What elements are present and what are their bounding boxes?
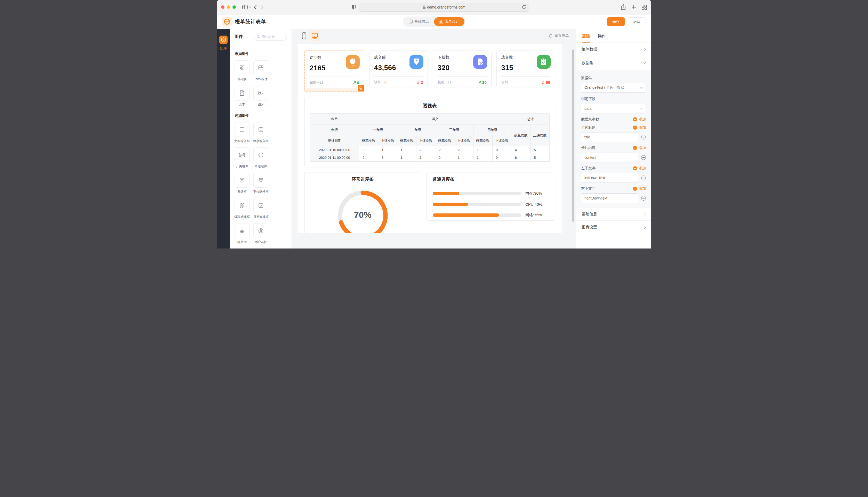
cascade-icon bbox=[239, 202, 245, 209]
plus-icon: + bbox=[633, 166, 637, 170]
stat-card-deals[interactable]: 成交数 315 较前一日 60 bbox=[496, 51, 555, 87]
tabs-layout-icon bbox=[258, 65, 264, 71]
back-button[interactable]: 返回 bbox=[628, 17, 646, 26]
nav-rail: 组件 bbox=[217, 29, 230, 248]
progress-bar-cpu: CPU:40% bbox=[433, 202, 549, 207]
stat-card-downloads[interactable]: 下载数 320 较前一日 20 bbox=[433, 51, 492, 87]
tab-actions[interactable]: 操作 bbox=[597, 33, 606, 43]
components-rail-item[interactable] bbox=[219, 36, 228, 44]
section-dataset[interactable]: 数据集 bbox=[576, 56, 651, 70]
desktop-preview-button[interactable] bbox=[309, 30, 320, 41]
close-window-button[interactable] bbox=[221, 5, 224, 9]
left-down-text-field[interactable] bbox=[581, 173, 638, 183]
tab-form-design[interactable]: 表单设计 bbox=[434, 17, 465, 26]
remove-field-button[interactable] bbox=[641, 175, 646, 180]
forward-icon[interactable] bbox=[260, 5, 263, 10]
add-dataset-param-button[interactable]: + 添加 bbox=[633, 117, 646, 122]
tab-overview-icon[interactable] bbox=[642, 5, 647, 10]
trend-arrow-icon bbox=[478, 81, 481, 84]
bar-chart-icon bbox=[439, 20, 443, 24]
add-card-title-button[interactable]: + 添加 bbox=[633, 125, 646, 130]
component-item-date-range[interactable]: 日期范围… bbox=[235, 223, 249, 244]
section-chart-settings[interactable]: 图表设置 bbox=[576, 221, 651, 234]
share-icon[interactable] bbox=[621, 4, 626, 10]
section-component-data[interactable]: 组件数据 bbox=[576, 43, 651, 56]
right-down-text-field[interactable] bbox=[581, 193, 638, 203]
bind-field-select[interactable]: data bbox=[581, 104, 646, 113]
component-item-user-select[interactable]: 用户选择 bbox=[253, 223, 268, 244]
trend-arrow-icon bbox=[541, 81, 545, 84]
plus-icon: + bbox=[633, 146, 637, 150]
ring-percent-label: 70% bbox=[336, 210, 390, 220]
component-item-date-picker[interactable]: 日期选择框 bbox=[253, 198, 268, 219]
image-icon bbox=[258, 90, 264, 96]
mobile-preview-button[interactable] bbox=[299, 30, 309, 41]
card-title-field[interactable] bbox=[581, 132, 638, 142]
address-bar[interactable]: demo.orangeforms.com bbox=[359, 3, 529, 12]
progress-title: 普通进度条 bbox=[433, 172, 549, 186]
clipboard-check-icon bbox=[537, 55, 551, 69]
progress-bar-network: 网络:75% bbox=[433, 213, 549, 217]
sidebar-toggle-icon[interactable] bbox=[241, 3, 249, 11]
traffic-lights bbox=[221, 5, 236, 9]
design-canvas: 重置表单 访问数 2165 bbox=[292, 29, 576, 248]
trend-arrow-icon bbox=[353, 81, 356, 84]
chevron-right-icon bbox=[643, 212, 646, 215]
search-input[interactable] bbox=[262, 35, 283, 39]
minimize-window-button[interactable] bbox=[227, 5, 230, 9]
stat-card-revenue[interactable]: 成交额 43,566 ¥ 较前一日 2 bbox=[369, 51, 428, 87]
stat-card-visits-selected[interactable]: 访问数 2165 较前一日 6 bbox=[304, 51, 364, 91]
pivot-table: 科目 语文 总计 年级 一年级 二年级 三年级 四年级 献花次数 上课次数 bbox=[310, 113, 550, 162]
card-content-field[interactable] bbox=[581, 153, 638, 162]
add-right-down-text-button[interactable]: + 添加 bbox=[633, 186, 646, 191]
remove-field-button[interactable] bbox=[641, 135, 646, 140]
component-search[interactable] bbox=[254, 33, 287, 41]
component-item-number-input[interactable]: 数字输入框 bbox=[253, 122, 268, 143]
table-row: 2020-01-11 00:00:00 2 3 1 1 2 1 1 0 6 5 bbox=[310, 154, 550, 162]
add-card-content-button[interactable]: + 添加 bbox=[633, 146, 646, 150]
form-sheet: 访问数 2165 较前一日 6 bbox=[297, 43, 562, 233]
refresh-icon bbox=[549, 34, 553, 38]
dataset-select[interactable]: OrangeTest / 卡片一数据 bbox=[581, 83, 646, 93]
back-icon[interactable] bbox=[254, 5, 257, 10]
rail-label: 组件 bbox=[220, 46, 227, 51]
component-item-text-input[interactable]: 文本输入框 bbox=[235, 122, 249, 143]
right-down-text-label: 右下文字 bbox=[581, 186, 595, 191]
component-item-cascade[interactable]: 级联选择框 bbox=[235, 198, 249, 219]
chevron-down-icon[interactable] bbox=[249, 6, 251, 8]
remove-field-button[interactable] bbox=[641, 196, 646, 201]
section-basic-info[interactable]: 基础信息 bbox=[576, 207, 651, 221]
reset-form-button[interactable]: 重置表单 bbox=[549, 33, 569, 38]
save-button[interactable]: 保存 bbox=[607, 17, 625, 26]
calendar-grid-icon bbox=[239, 228, 245, 234]
pivot-table-component[interactable]: 透视表 科目 语文 总计 年级 一年级 二年级 bbox=[304, 97, 555, 167]
component-item-basic-block[interactable]: 基础块 bbox=[235, 60, 249, 82]
grid-icon bbox=[239, 65, 245, 71]
progress-bars-component[interactable]: 普通进度条 内存:30% CPU:40% bbox=[426, 172, 555, 221]
svg-text:¥: ¥ bbox=[415, 58, 417, 62]
ring-progress-component[interactable]: 环形进度条 70% bbox=[304, 172, 421, 233]
add-left-down-text-button[interactable]: + 添加 bbox=[633, 166, 646, 171]
plus-icon: + bbox=[633, 187, 637, 191]
yen-download-icon: ¥ bbox=[410, 55, 424, 69]
component-item-checkbox[interactable]: 复选框 bbox=[235, 173, 249, 194]
url-text: demo.orangeforms.com bbox=[427, 5, 466, 9]
component-item-text[interactable]: 文本 bbox=[235, 86, 249, 107]
page-title: 橙单统计表单 bbox=[235, 18, 266, 25]
tab-basic[interactable]: 基础 bbox=[582, 33, 590, 43]
reload-icon[interactable] bbox=[522, 5, 526, 11]
component-item-dropdown[interactable]: 下拉选择框 bbox=[253, 173, 268, 194]
dataset-label: 数据集 bbox=[581, 76, 646, 81]
privacy-shield-icon[interactable] bbox=[352, 5, 356, 10]
new-tab-icon[interactable] bbox=[631, 5, 636, 10]
component-item-radio[interactable]: 单选组件 bbox=[253, 147, 268, 169]
component-item-tabs[interactable]: Tabs 组件 bbox=[253, 60, 268, 82]
component-item-switch[interactable]: 开关组件 bbox=[235, 147, 249, 169]
component-item-image[interactable]: 图片 bbox=[253, 86, 268, 107]
tab-basic-info[interactable]: 基础信息 bbox=[403, 17, 434, 26]
zoom-window-button[interactable] bbox=[233, 5, 236, 9]
trend-indicator: 2 bbox=[417, 80, 423, 85]
canvas-scrollbar[interactable] bbox=[572, 49, 574, 222]
remove-field-button[interactable] bbox=[641, 155, 646, 160]
delete-component-button[interactable] bbox=[358, 85, 364, 91]
